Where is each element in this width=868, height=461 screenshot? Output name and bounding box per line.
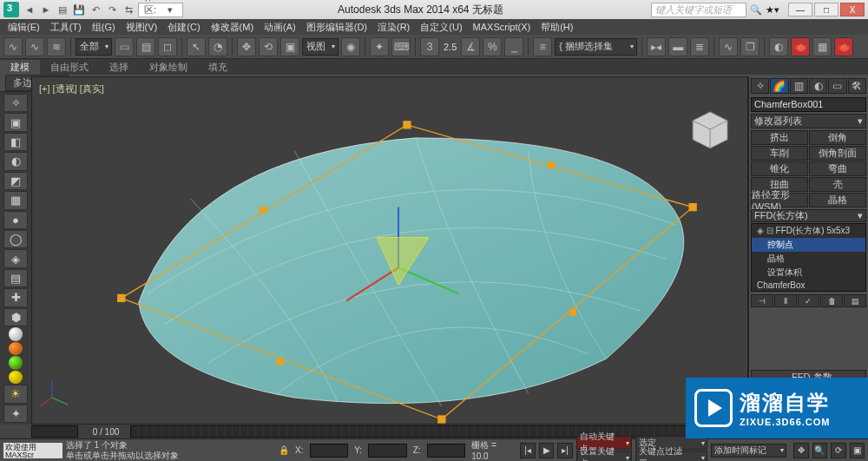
infocenter-icon[interactable]: 🔍 (750, 4, 762, 16)
config-icon[interactable]: ▤ (844, 294, 866, 307)
y-spinner[interactable] (368, 444, 407, 458)
pcsnap-icon[interactable]: % (483, 37, 502, 56)
layers-icon[interactable]: ≣ (690, 37, 709, 56)
play-icon[interactable]: ▶ (539, 443, 554, 458)
stack-controlpoints[interactable]: 控制点 (752, 238, 865, 252)
shape-icon[interactable]: ◯ (3, 230, 28, 248)
mod-lathe[interactable]: 车削 (751, 146, 808, 161)
compass-icon[interactable]: ✦ (3, 405, 28, 423)
help-search-input[interactable]: 键入关键字或短语 (651, 3, 746, 17)
stack-lattice[interactable]: 晶格 (752, 252, 865, 266)
pin-icon[interactable]: ⊣ (751, 294, 773, 307)
menu-help[interactable]: 帮助(H) (536, 21, 577, 34)
move-icon[interactable]: ✥ (237, 37, 256, 56)
matball-yellow-icon[interactable] (9, 371, 23, 385)
material-icon[interactable]: ◐ (769, 37, 788, 56)
selbyname-icon[interactable]: ▤ (136, 37, 155, 56)
mod-lattice[interactable]: 晶格 (809, 193, 866, 207)
ffd-section-button[interactable]: FFD(长方体)▾ (751, 209, 866, 222)
menu-group[interactable]: 组(G) (88, 21, 120, 34)
bind-icon[interactable]: ≋ (47, 37, 66, 56)
menu-modifier[interactable]: 修改器(M) (207, 21, 259, 34)
window-close-button[interactable]: X (840, 3, 865, 16)
panel-display-icon[interactable]: ▭ (828, 78, 846, 94)
displaytab-icon[interactable]: ◩ (3, 172, 28, 190)
menu-render[interactable]: 渲染(R) (373, 21, 414, 34)
tab-freeform[interactable]: 自由形式 (40, 60, 99, 75)
matball-white-icon[interactable] (9, 327, 23, 341)
mod-bevelprof[interactable]: 倒角剖面 (809, 146, 866, 161)
addtimemarker-button[interactable]: 添加时间标记 (711, 444, 786, 458)
script-listener[interactable]: 欢迎使用 MAXScr (3, 443, 62, 458)
motiontab-icon[interactable]: ◐ (3, 152, 28, 170)
sys-icon[interactable]: ⬢ (3, 308, 28, 326)
menu-maxscript[interactable]: MAXScript(X) (469, 22, 536, 32)
light-icon[interactable]: ◈ (3, 249, 28, 267)
hlp-icon[interactable]: ✚ (3, 288, 28, 306)
refcoord-dropdown[interactable]: 视图 (302, 38, 339, 56)
tab-selection[interactable]: 选择 (99, 60, 139, 75)
mod-bend[interactable]: 弯曲 (809, 161, 866, 176)
x-spinner[interactable] (310, 444, 349, 458)
menu-anim[interactable]: 动画(A) (260, 21, 300, 34)
spinnersnap-icon[interactable]: ⎯ (504, 37, 523, 56)
panel-utility-icon[interactable]: 🛠 (848, 78, 866, 94)
editset-icon[interactable]: ≡ (533, 37, 552, 56)
modifytab-icon[interactable]: ▣ (3, 113, 28, 131)
mod-shell[interactable]: 壳 (809, 177, 866, 192)
nav-zoom-icon[interactable]: 🔍 (812, 443, 827, 458)
modifier-stack[interactable]: ◈ ⊟ FFD(长方体) 5x5x3 控制点 晶格 设置体积 ChamferBo… (751, 223, 866, 292)
mod-taper[interactable]: 锥化 (751, 161, 808, 176)
matball-orange-icon[interactable] (9, 342, 23, 356)
panel-hierarchy-icon[interactable]: ▥ (790, 78, 808, 94)
tab-objectpaint[interactable]: 对象绘制 (139, 60, 198, 75)
snap-icon[interactable]: 3 (420, 37, 439, 56)
menu-create[interactable]: 创建(C) (163, 21, 204, 34)
nav-orbit-icon[interactable]: ⟳ (831, 443, 845, 458)
pivot-icon[interactable]: ◉ (341, 37, 360, 56)
cam-icon[interactable]: ▤ (3, 269, 28, 287)
scale-icon[interactable]: ▣ (280, 37, 299, 56)
menu-customize[interactable]: 自定义(U) (416, 21, 466, 34)
setkey-button[interactable]: 设置关键点 (576, 451, 633, 461)
paint-sel-icon[interactable]: ◔ (208, 37, 227, 56)
qat-fwd-icon[interactable]: ► (39, 3, 53, 16)
qat-redo-icon[interactable]: ↷ (105, 3, 119, 16)
rendersetup-icon[interactable]: 🫖 (791, 37, 810, 56)
named-selset-dropdown[interactable]: { 捆绑选择集 (555, 38, 637, 56)
qat-link-icon[interactable]: ⇆ (122, 3, 135, 16)
menu-grapheditor[interactable]: 图形编辑器(D) (302, 21, 372, 34)
createtab-icon[interactable]: ✧ (3, 94, 28, 112)
time-thumb[interactable] (31, 425, 78, 438)
qat-open-icon[interactable]: ▤ (56, 3, 69, 16)
schem-icon[interactable]: ❐ (740, 37, 760, 56)
menu-tools[interactable]: 工具(T) (46, 21, 86, 34)
utiltab-icon[interactable]: ▦ (3, 191, 28, 209)
viewcube-icon[interactable] (693, 112, 727, 148)
stack-setvolume[interactable]: 设置体积 (752, 266, 865, 280)
rotate-icon[interactable]: ⟲ (259, 37, 278, 56)
keyfilter-button[interactable]: 关键点过滤器... (635, 451, 707, 461)
manip-icon[interactable]: ✦ (370, 37, 389, 56)
select-icon[interactable]: ▭ (115, 37, 134, 56)
select-cursor-icon[interactable]: ↖ (187, 37, 206, 56)
geo-icon[interactable]: ● (3, 211, 28, 229)
mod-extrude[interactable]: 挤出 (751, 130, 808, 145)
align-icon[interactable]: ▬ (668, 37, 687, 56)
unlink-icon[interactable]: ∿ (25, 37, 44, 56)
selrect-icon[interactable]: ◻ (158, 37, 177, 56)
anglesnap-icon[interactable]: ∡ (461, 37, 480, 56)
qat-save-icon[interactable]: 💾 (72, 3, 86, 16)
link-icon[interactable]: ∿ (3, 37, 23, 56)
z-spinner[interactable] (427, 444, 466, 458)
matball-green-icon[interactable] (9, 356, 23, 370)
nav-max-icon[interactable]: ▣ (850, 443, 865, 458)
makeuniq-icon[interactable]: ✓ (798, 294, 820, 307)
panel-motion-icon[interactable]: ◐ (809, 78, 827, 94)
menu-edit[interactable]: 编辑(E) (3, 21, 44, 34)
stack-ffd[interactable]: ◈ ⊟ FFD(长方体) 5x5x3 (752, 224, 865, 238)
qat-undo-icon[interactable]: ↶ (89, 3, 102, 16)
panel-modify-icon[interactable]: 🌈 (770, 78, 788, 94)
star-icon[interactable]: ★▾ (766, 4, 779, 16)
mirror-icon[interactable]: ▸◂ (647, 37, 666, 56)
